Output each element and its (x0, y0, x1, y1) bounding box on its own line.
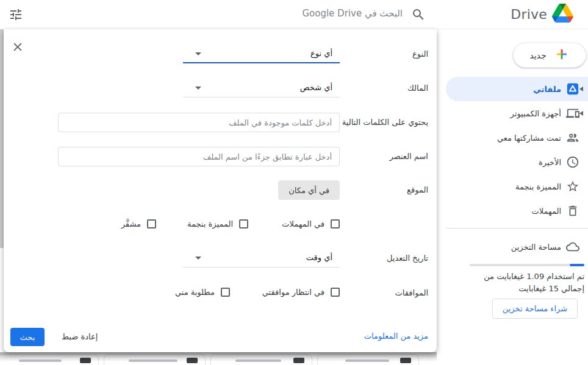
background-file-icon (293, 358, 304, 363)
expand-arrow-icon[interactable] (579, 87, 583, 91)
in-trash-checkbox[interactable]: في المهملات (282, 219, 340, 229)
sidebar-item-my-drive[interactable]: ملفاتي (446, 77, 588, 101)
search-bar[interactable]: البحث في Google Drive (0, 0, 437, 29)
drive-sidebar: جديد ملفاتي أجهزة الكمبيوتر (437, 29, 588, 365)
shared-with-me-icon (566, 131, 579, 144)
plus-icon (554, 46, 570, 64)
background-file-grid (0, 352, 437, 365)
item-name-input[interactable] (58, 147, 340, 166)
item-name-label: اسم العنصر (389, 152, 428, 161)
background-file-icon (187, 358, 198, 363)
sidebar-nav: ملفاتي أجهزة الكمبيوتر تمت مشاركتها معي (437, 77, 588, 223)
search-icon[interactable] (411, 7, 426, 22)
checkbox-icon[interactable] (221, 288, 230, 297)
location-label: الموقع (407, 185, 428, 194)
type-dropdown-value: أي نوع (310, 45, 332, 62)
contains-words-label: يحتوي على الكلمات التالية (342, 118, 428, 127)
owner-dropdown[interactable]: أي شخص (183, 79, 340, 97)
background-file-card (210, 354, 312, 365)
owner-label: المالك (407, 83, 428, 93)
location-checkbox-row: في المهملات المميزة بنجمة مشفَّر (4, 219, 437, 232)
learn-more-link[interactable]: مزيد من المعلومات (364, 331, 428, 341)
search-button[interactable]: بحث (10, 328, 45, 346)
search-input-placeholder[interactable]: البحث في Google Drive (302, 8, 403, 19)
date-modified-label: تاريخ التعديل (387, 253, 428, 263)
buy-storage-button[interactable]: شراء مساحة تخزين (492, 299, 578, 319)
background-file-icon (80, 358, 91, 363)
sidebar-item-shared-with-me[interactable]: تمت مشاركتها معي (437, 126, 588, 150)
type-dropdown[interactable]: أي نوع (183, 45, 340, 63)
google-drive-app: البحث في Google Drive Drive النوع أي نوع (0, 0, 588, 365)
checkbox-icon[interactable] (331, 288, 340, 297)
sidebar-item-recent[interactable]: الأخيرة (437, 150, 588, 174)
awaiting-approval-checkbox[interactable]: في انتظار موافقتي (262, 288, 340, 297)
advanced-search-panel: النوع أي نوع المالك أي شخص يحتوي على الك… (4, 29, 437, 352)
date-dropdown-value: أي وقت (306, 249, 332, 266)
type-label: النوع (412, 49, 428, 58)
approvals-checkbox-row: في انتظار موافقتي مطلوبة مني (4, 288, 437, 300)
new-button[interactable]: جديد (513, 43, 586, 68)
contains-words-input[interactable] (58, 113, 340, 132)
brand-header: Drive (437, 0, 588, 29)
brand-name: Drive (511, 7, 547, 22)
background-file-card (104, 354, 206, 365)
sidebar-divider (446, 228, 588, 229)
checkbox-icon[interactable] (239, 219, 248, 229)
my-drive-icon (566, 82, 579, 96)
sidebar-item-storage[interactable]: مساحة التخزين (437, 235, 588, 259)
storage-progress-bar (470, 264, 584, 266)
expand-arrow-icon[interactable] (579, 111, 583, 116)
storage-usage-text: تم استخدام 1.09 غيغابايت من إجمالي 15 غي… (462, 271, 584, 294)
computers-icon (566, 107, 579, 120)
starred-checkbox[interactable]: المميزة بنجمة (187, 219, 248, 229)
close-icon[interactable] (11, 40, 24, 54)
background-file-card (317, 354, 419, 365)
chevron-down-icon (195, 257, 201, 260)
sidebar-item-trash[interactable]: المهملات (437, 199, 588, 223)
background-file-icon (400, 358, 411, 363)
chevron-down-icon (195, 52, 201, 55)
checkbox-icon[interactable] (331, 219, 340, 229)
trash-icon (566, 204, 579, 218)
checkbox-icon[interactable] (147, 219, 156, 229)
recent-icon (566, 155, 579, 169)
location-chip-value: في أي مكان (289, 186, 329, 195)
sidebar-item-computers[interactable]: أجهزة الكمبيوتر (437, 101, 588, 126)
requested-from-me-checkbox[interactable]: مطلوبة مني (175, 288, 230, 297)
location-anywhere-chip[interactable]: في أي مكان (278, 180, 340, 200)
starred-icon (566, 180, 579, 193)
background-file-card (0, 354, 99, 365)
encrypted-checkbox[interactable]: مشفَّر (121, 219, 156, 229)
search-options-tune-icon[interactable] (9, 7, 23, 22)
owner-dropdown-value: أي شخص (300, 79, 332, 96)
google-drive-logo-icon (552, 4, 573, 25)
sidebar-item-starred[interactable]: المميزة بنجمة (437, 174, 588, 199)
reset-button[interactable]: إعادة ضبط (62, 332, 98, 341)
date-modified-dropdown[interactable]: أي وقت (183, 249, 340, 268)
chevron-down-icon (195, 87, 201, 90)
cloud-icon (566, 240, 579, 253)
storage-progress-fill (570, 264, 584, 266)
